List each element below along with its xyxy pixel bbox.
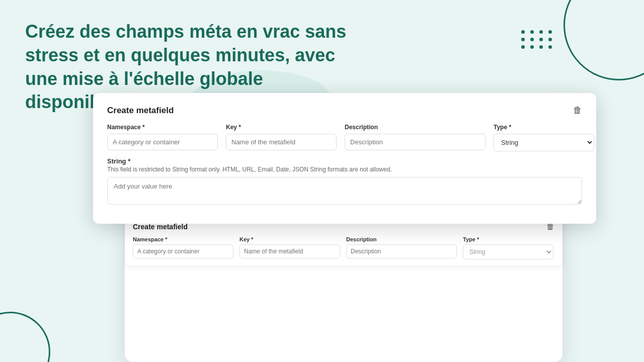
second-row-title: Create metafield: [133, 223, 188, 231]
second-type-label: Type *: [463, 236, 553, 242]
delete-icon: 🗑: [573, 105, 582, 115]
type-field: Type * String Integer Boolean JSON Color…: [494, 124, 594, 151]
namespace-label: Namespace *: [107, 124, 218, 131]
type-select[interactable]: String Integer Boolean JSON Color Date: [494, 134, 594, 151]
key-field: Key *: [226, 124, 337, 151]
string-section: String * This field is restricted to Str…: [107, 157, 582, 207]
key-input[interactable]: [226, 134, 337, 150]
second-namespace-input[interactable]: [133, 244, 233, 258]
key-label: Key *: [226, 124, 337, 131]
second-key-label: Key *: [239, 236, 340, 242]
second-description-label: Description: [346, 236, 457, 242]
second-description-input[interactable]: [346, 244, 457, 258]
second-namespace-field: Namespace *: [133, 236, 233, 259]
second-type-field: Type * String: [463, 236, 553, 259]
modal-header: Create metafield 🗑: [107, 105, 582, 116]
modal-delete-button[interactable]: 🗑: [573, 105, 582, 116]
second-key-input[interactable]: [239, 244, 340, 258]
second-description-field: Description: [346, 236, 457, 259]
second-namespace-label: Namespace *: [133, 236, 233, 242]
second-key-field: Key *: [239, 236, 340, 259]
type-label: Type *: [494, 124, 594, 131]
namespace-input[interactable]: [107, 134, 218, 150]
description-field: Description: [345, 124, 486, 151]
string-section-hint: This field is restricted to String forma…: [107, 166, 582, 173]
modal-form-fields: Namespace * Key * Description Type * Str…: [107, 124, 582, 151]
description-label: Description: [345, 124, 486, 131]
decorative-dots: [521, 30, 553, 49]
second-form-fields-row: Namespace * Key * Description Type * Str…: [133, 236, 554, 259]
decorative-circle-bottom-left: [0, 312, 50, 362]
create-metafield-modal: Create metafield 🗑 Namespace * Key * Des…: [93, 93, 596, 224]
value-textarea[interactable]: [107, 177, 582, 205]
second-type-select[interactable]: String: [463, 244, 553, 259]
modal-title: Create metafield: [107, 106, 174, 116]
decorative-circle-top-right: [564, 0, 644, 80]
description-input[interactable]: [345, 134, 486, 150]
namespace-field: Namespace *: [107, 124, 218, 151]
string-section-label: String *: [107, 157, 582, 165]
